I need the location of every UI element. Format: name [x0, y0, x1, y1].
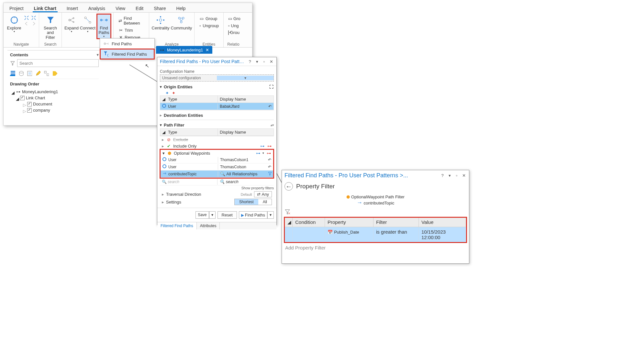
chevron-down-icon[interactable]: ▾	[97, 53, 99, 57]
tab-analysis[interactable]: Analysis	[87, 5, 106, 12]
tab-edit[interactable]: Edit	[134, 5, 145, 12]
restore-icon[interactable]: ▫	[262, 59, 267, 64]
checkbox-icon[interactable]	[27, 108, 32, 113]
include-only-row[interactable]: ▸✔Include Only⊶⊶	[160, 143, 274, 149]
origin-entities-header[interactable]: Origin Entities	[164, 84, 267, 89]
svg-rect-17	[11, 72, 15, 73]
grou-checkbox[interactable]: Grou	[226, 29, 240, 36]
optional-waypoints-header[interactable]: ▾⬢Optional Waypoints⊶▾⊶	[161, 150, 273, 156]
tab-insert[interactable]: Insert	[65, 5, 79, 12]
undo-icon[interactable]: ↶	[266, 104, 273, 109]
autohide-icon[interactable]: ▾	[254, 59, 260, 64]
zoom-full-icon[interactable]	[24, 15, 29, 20]
traversal-direction[interactable]: ▸Traversal DirectionDefault⇄Any	[160, 191, 274, 198]
shortest-all-toggle[interactable]: ShortestAll	[234, 199, 272, 205]
path-red-icon[interactable]: ⊶	[267, 143, 272, 149]
list-by-drawing-icon[interactable]	[10, 71, 15, 76]
pf-title: Filtered Find Paths - Pro User Post Patt…	[285, 172, 438, 179]
list-by-edit-icon[interactable]	[35, 71, 40, 76]
expand-icon[interactable]: ⛶	[269, 84, 274, 89]
filter-row[interactable]: 📅 Publish_Date is greater than 10/15/202…	[285, 227, 466, 242]
trim-button[interactable]: ✂Trim	[116, 27, 146, 33]
path-filter-header[interactable]: Path Filter	[164, 123, 269, 127]
list-by-snap-icon[interactable]	[44, 71, 49, 76]
wp-row-1[interactable]: UserThomasColson↶	[161, 163, 273, 171]
connect-button[interactable]: Connect▾	[81, 14, 95, 34]
checkbox-icon[interactable]	[20, 96, 25, 100]
settings-row[interactable]: ▸SettingsShortestAll	[160, 198, 274, 206]
tree-linkchart[interactable]: ◢Link Chart	[10, 95, 99, 101]
list-by-select-icon[interactable]	[27, 71, 32, 76]
ung-button[interactable]: ▫Ung	[226, 22, 240, 29]
gro-button[interactable]: ▭Gro	[226, 15, 240, 22]
svg-point-25	[108, 43, 108, 45]
close-icon[interactable]: ✕	[269, 59, 274, 64]
back-icon[interactable]: ←	[285, 182, 293, 191]
next-extent-icon[interactable]	[31, 21, 36, 26]
help-icon[interactable]: ?	[440, 173, 445, 178]
tree-company[interactable]: ▷company	[10, 107, 99, 113]
tree-document[interactable]: ▷Document	[10, 101, 99, 107]
origin-row[interactable]: UserBabakJfard↶	[160, 103, 273, 110]
chart-tab[interactable]: ⊶ MoneyLaundering1 ✕	[156, 46, 212, 54]
find-between-button[interactable]: ⇄Find Between	[116, 15, 146, 26]
prev-extent-icon[interactable]	[24, 21, 29, 26]
search-row[interactable]: 🔍search🔍 search	[160, 178, 274, 185]
svg-point-29	[163, 165, 166, 168]
tab-view[interactable]: View	[114, 5, 127, 12]
svg-point-9	[160, 16, 161, 17]
community-button[interactable]: Community	[171, 14, 192, 31]
tree-root[interactable]: ◢⊶MoneyLaundering1	[10, 88, 99, 95]
tab-project[interactable]: Project	[8, 5, 25, 12]
list-by-label-icon[interactable]	[52, 71, 57, 76]
show-prop-filters[interactable]: Show property filters	[160, 185, 274, 191]
wp-row-0[interactable]: UserThomasColson1↶	[161, 156, 273, 163]
tab-help[interactable]: Help	[175, 5, 187, 12]
close-tab-icon[interactable]: ✕	[206, 48, 209, 52]
explore-button[interactable]: Explore▾	[6, 14, 22, 34]
path-icon[interactable]: ⊶	[260, 143, 265, 149]
clear-filter-icon[interactable]	[285, 211, 290, 215]
contents-search-input[interactable]	[17, 59, 99, 67]
checkbox-icon[interactable]	[27, 102, 32, 106]
ungroup-button[interactable]: ▫Ungroup	[197, 22, 221, 29]
remove-red-icon[interactable]: ✦	[171, 90, 176, 95]
linkchart-tab-icon: ⊶	[159, 47, 164, 52]
save-button[interactable]: Save▾	[195, 211, 215, 219]
dropdown-icon[interactable]: ▾	[217, 76, 273, 80]
centrality-button[interactable]: Centrality	[152, 14, 169, 31]
connect-icon	[83, 15, 93, 25]
restore-icon[interactable]: ▫	[454, 173, 459, 178]
expand-button[interactable]: Expand▾	[64, 14, 79, 34]
find-paths-icon	[99, 15, 109, 25]
svg-point-27	[162, 104, 166, 107]
search-filter-button[interactable]: Search and Filter	[42, 14, 59, 41]
wp-row-2[interactable]: contributedTopic🔍 All Relationships	[161, 171, 273, 178]
exclude-row[interactable]: ▸⊘Exclude	[160, 136, 274, 143]
list-by-source-icon[interactable]	[18, 71, 24, 76]
undo-icon[interactable]: ↶	[266, 157, 273, 163]
add-icon[interactable]: ✦	[164, 90, 170, 95]
tab-ffp[interactable]: Filtered Find Paths	[157, 222, 197, 229]
config-combo[interactable]: Unsaved configuration▾	[160, 74, 274, 82]
reset-button[interactable]: Reset	[218, 211, 237, 219]
autohide-icon[interactable]: ▾	[447, 173, 452, 178]
config-name-label: Configuration Name	[160, 69, 274, 74]
dest-entities-header[interactable]: Destination Entities	[164, 113, 203, 118]
dropdown-filtered-find-paths[interactable]: Filtered Find Paths	[100, 49, 154, 59]
tab-share[interactable]: Share	[152, 5, 167, 12]
svg-point-10	[163, 19, 164, 21]
undo-icon[interactable]: ↶	[266, 164, 273, 170]
help-icon[interactable]: ?	[247, 59, 252, 64]
filter-icon[interactable]	[10, 61, 15, 66]
filter-icon[interactable]	[266, 171, 273, 177]
zoom-sel-icon[interactable]	[31, 15, 36, 20]
add-property-filter[interactable]: Add Property Filter	[282, 243, 469, 252]
close-icon[interactable]: ✕	[461, 173, 466, 178]
find-paths-run-button[interactable]: ▶ Find Paths▾	[239, 211, 274, 219]
collapse-up-icon[interactable]: ▴▾	[271, 123, 274, 127]
group-button[interactable]: ▭Group	[197, 15, 221, 22]
tab-attributes[interactable]: Attributes	[197, 222, 220, 229]
find-paths-button[interactable]: Find Paths▾	[97, 14, 111, 39]
tab-link-chart[interactable]: Link Chart	[33, 5, 58, 12]
